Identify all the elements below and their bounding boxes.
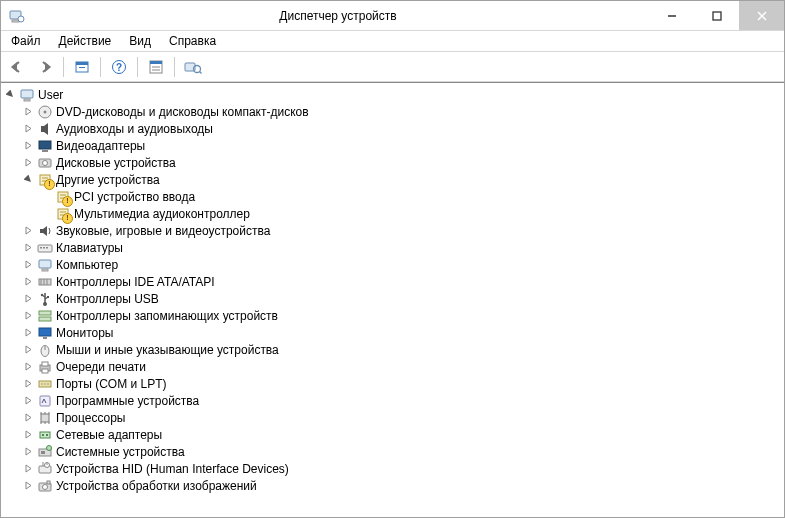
- menu-action[interactable]: Действие: [51, 32, 120, 50]
- expand-icon[interactable]: [22, 241, 35, 254]
- tree-node[interactable]: Контроллеры IDE ATA/ATAPI: [22, 273, 784, 290]
- software-icon: [37, 393, 53, 409]
- svg-point-77: [47, 445, 52, 450]
- printer-icon: [37, 359, 53, 375]
- expand-icon[interactable]: [22, 377, 35, 390]
- nav-forward-button[interactable]: [33, 55, 57, 79]
- svg-rect-73: [42, 434, 44, 436]
- svg-rect-59: [42, 369, 48, 373]
- tree-node[interactable]: Мыши и иные указывающие устройства: [22, 341, 784, 358]
- expand-icon[interactable]: [22, 326, 35, 339]
- svg-rect-74: [46, 434, 48, 436]
- expand-icon[interactable]: [22, 428, 35, 441]
- svg-rect-52: [39, 317, 51, 321]
- menu-view[interactable]: Вид: [121, 32, 159, 50]
- tree-node[interactable]: Контроллеры запоминающих устройств: [22, 307, 784, 324]
- expand-icon[interactable]: [40, 207, 53, 220]
- tree-node-label: Звуковые, игровые и видеоустройства: [56, 224, 270, 238]
- svg-rect-54: [43, 337, 47, 339]
- tree-node-label: Устройства обработки изображений: [56, 479, 257, 493]
- svg-rect-19: [21, 90, 33, 98]
- svg-point-83: [43, 484, 48, 489]
- expand-icon[interactable]: [22, 156, 35, 169]
- svg-rect-58: [42, 362, 48, 366]
- expand-icon[interactable]: [22, 343, 35, 356]
- disk-icon: [37, 155, 53, 171]
- hid-icon: [37, 461, 53, 477]
- expand-icon[interactable]: [22, 479, 35, 492]
- tree-node[interactable]: Клавиатуры: [22, 239, 784, 256]
- usb-icon: [37, 291, 53, 307]
- svg-rect-13: [150, 61, 162, 64]
- tree-node[interactable]: Другие устройства: [22, 171, 784, 188]
- tree-node[interactable]: Сетевые адаптеры: [22, 426, 784, 443]
- svg-rect-76: [41, 451, 45, 454]
- tree-node[interactable]: DVD-дисководы и дисководы компакт-дисков: [22, 103, 784, 120]
- properties-button[interactable]: [144, 55, 168, 79]
- menu-help[interactable]: Справка: [161, 32, 224, 50]
- expand-icon[interactable]: [22, 445, 35, 458]
- tree-node-label: Клавиатуры: [56, 241, 123, 255]
- scan-hardware-button[interactable]: [181, 55, 205, 79]
- svg-point-63: [47, 383, 49, 385]
- maximize-button[interactable]: [694, 1, 739, 30]
- nav-back-button[interactable]: [5, 55, 29, 79]
- other-icon: [55, 189, 71, 205]
- minimize-button[interactable]: [649, 1, 694, 30]
- tree-node[interactable]: Контроллеры USB: [22, 290, 784, 307]
- tree-node[interactable]: Дисковые устройства: [22, 154, 784, 171]
- title-bar: Диспетчер устройств: [1, 1, 784, 31]
- svg-rect-42: [42, 269, 48, 271]
- toolbar: ?: [1, 52, 784, 82]
- expand-icon[interactable]: [22, 275, 35, 288]
- tree-node-label: Аудиовходы и аудиовыходы: [56, 122, 213, 136]
- expand-icon[interactable]: [22, 394, 35, 407]
- port-icon: [37, 376, 53, 392]
- expand-icon[interactable]: [40, 190, 53, 203]
- expand-icon[interactable]: [22, 105, 35, 118]
- tree-root[interactable]: User: [4, 86, 784, 103]
- expand-icon[interactable]: [22, 292, 35, 305]
- tree-node[interactable]: Системные устройства: [22, 443, 784, 460]
- toolbar-separator: [137, 57, 138, 77]
- tree-node[interactable]: Очереди печати: [22, 358, 784, 375]
- collapse-icon[interactable]: [22, 173, 35, 186]
- expand-icon[interactable]: [22, 309, 35, 322]
- collapse-icon[interactable]: [4, 88, 17, 101]
- tree-node[interactable]: Компьютер: [22, 256, 784, 273]
- show-hidden-button[interactable]: [70, 55, 94, 79]
- tree-node-label: Устройства HID (Human Interface Devices): [56, 462, 289, 476]
- tree-node[interactable]: Видеоадаптеры: [22, 137, 784, 154]
- expand-icon[interactable]: [22, 360, 35, 373]
- tree-node[interactable]: Звуковые, игровые и видеоустройства: [22, 222, 784, 239]
- tree-node[interactable]: Процессоры: [22, 409, 784, 426]
- tree-node[interactable]: Мультимедиа аудиоконтроллер: [40, 205, 784, 222]
- tree-node[interactable]: PCI устройство ввода: [40, 188, 784, 205]
- expand-icon[interactable]: [22, 139, 35, 152]
- sound-icon: [37, 223, 53, 239]
- svg-rect-41: [39, 260, 51, 268]
- expand-icon[interactable]: [22, 411, 35, 424]
- tree-node[interactable]: Устройства HID (Human Interface Devices): [22, 460, 784, 477]
- tree-node[interactable]: Устройства обработки изображений: [22, 477, 784, 494]
- tree-node-label: PCI устройство ввода: [74, 190, 195, 204]
- help-button[interactable]: ?: [107, 55, 131, 79]
- close-button[interactable]: [739, 1, 784, 30]
- monitor-icon: [37, 325, 53, 341]
- expand-icon[interactable]: [22, 258, 35, 271]
- expand-icon[interactable]: [22, 462, 35, 475]
- toolbar-separator: [100, 57, 101, 77]
- tree-node[interactable]: Аудиовходы и аудиовыходы: [22, 120, 784, 137]
- menu-file[interactable]: Файл: [3, 32, 49, 50]
- tree-node-label: Сетевые адаптеры: [56, 428, 162, 442]
- tree-node-label: Другие устройства: [56, 173, 160, 187]
- expand-icon[interactable]: [22, 122, 35, 135]
- tree-node[interactable]: Программные устройства: [22, 392, 784, 409]
- tree-node[interactable]: Мониторы: [22, 324, 784, 341]
- keyboard-icon: [37, 240, 53, 256]
- expand-icon[interactable]: [22, 224, 35, 237]
- svg-point-61: [41, 383, 43, 385]
- tree-node[interactable]: Порты (COM и LPT): [22, 375, 784, 392]
- device-tree[interactable]: User DVD-дисководы и дисководы компакт-д…: [1, 82, 784, 517]
- svg-point-2: [18, 16, 24, 22]
